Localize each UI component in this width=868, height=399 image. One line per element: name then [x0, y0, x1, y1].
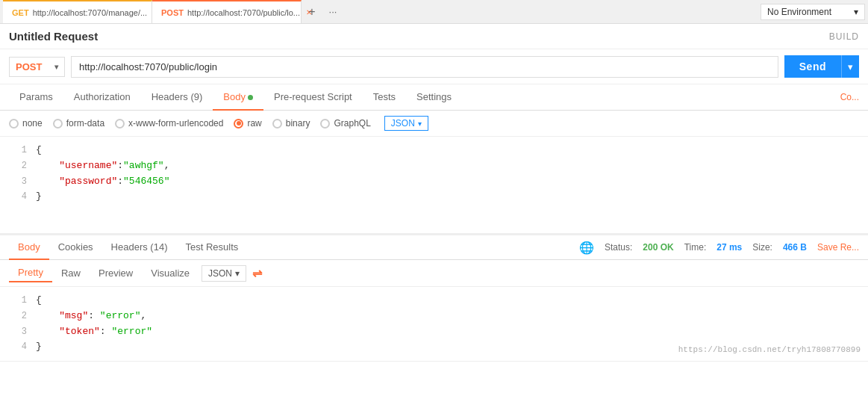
title-bar: Untitled Request BUILD — [0, 24, 868, 49]
radio-urlencoded — [115, 119, 125, 129]
env-label: No Environment — [767, 7, 831, 17]
size-value: 466 B — [783, 242, 807, 253]
tab-tests[interactable]: Tests — [363, 84, 406, 111]
fmt-tab-pretty[interactable]: Pretty — [9, 264, 52, 282]
body-dot — [248, 95, 253, 100]
body-type-binary[interactable]: binary — [272, 118, 310, 129]
json-type-dropdown[interactable]: JSON ▾ — [384, 116, 428, 131]
radio-binary — [272, 119, 282, 129]
cookies-link[interactable]: Co... — [840, 92, 859, 102]
env-selector: No Environment ▾ — [761, 4, 865, 20]
radio-none — [9, 119, 19, 129]
radio-graphql — [320, 119, 330, 129]
body-type-none[interactable]: none — [9, 118, 43, 129]
response-section: Body Cookies Headers (14) Test Results 🌐… — [0, 234, 868, 362]
body-type-bar: none form-data x-www-form-urlencoded raw… — [0, 111, 868, 137]
body-type-form-data[interactable]: form-data — [53, 118, 104, 129]
request-tabs: Params Authorization Headers (9) Body Pr… — [0, 84, 868, 111]
send-btn-group: Send ▾ — [784, 55, 859, 78]
time-label: Time: — [684, 242, 707, 253]
method-select[interactable]: POST ▾ — [9, 57, 65, 77]
tab-authorization[interactable]: Authorization — [63, 84, 141, 111]
resp-json-arrow: ▾ — [235, 268, 240, 279]
size-label: Size: — [752, 242, 772, 253]
env-dropdown[interactable]: No Environment ▾ — [761, 4, 865, 20]
get-method-label: GET — [12, 8, 29, 17]
more-tabs-button[interactable]: ··· — [322, 1, 343, 22]
response-body-editor: 1 { 2 "msg": "error", 3 "token": "error"… — [0, 287, 868, 362]
url-input[interactable] — [71, 56, 778, 78]
time-value: 27 ms — [716, 242, 742, 253]
method-value: POST — [16, 61, 42, 72]
method-arrow: ▾ — [54, 63, 58, 71]
req-line-3: 3 "password":"546456" — [0, 174, 868, 190]
wrap-button[interactable]: ⇌ — [252, 266, 262, 280]
tab-get[interactable]: GET http://localhost:7070/manage/... ✕ — [3, 0, 152, 23]
req-line-1: 1 { — [0, 143, 868, 158]
req-line-4: 4 } — [0, 189, 868, 205]
response-format-bar: Pretty Raw Preview Visualize JSON ▾ ⇌ — [0, 260, 868, 287]
tab-post[interactable]: POST http://localhost:7070/public/lo... … — [152, 0, 302, 23]
save-response-button[interactable]: Save Re... — [817, 242, 859, 253]
fmt-tab-visualize[interactable]: Visualize — [142, 265, 199, 282]
resp-tab-body[interactable]: Body — [9, 235, 49, 260]
resp-line-3: 3 "token": "error" — [0, 324, 868, 340]
send-arrow-button[interactable]: ▾ — [841, 55, 859, 78]
status-value: 200 OK — [643, 242, 673, 253]
watermark: https://blog.csdn.net/tryh17808770899 — [678, 344, 861, 357]
request-title: Untitled Request — [9, 30, 98, 43]
get-tab-url: http://localhost:7070/manage/... — [33, 8, 148, 17]
tab-bar: GET http://localhost:7070/manage/... ✕ P… — [0, 0, 868, 24]
resp-line-2: 2 "msg": "error", — [0, 309, 868, 324]
body-type-raw[interactable]: raw — [234, 118, 261, 129]
response-tabs-bar: Body Cookies Headers (14) Test Results 🌐… — [0, 235, 868, 260]
resp-line-1: 1 { — [0, 293, 868, 309]
body-type-urlencoded[interactable]: x-www-form-urlencoded — [115, 118, 223, 129]
fmt-tab-preview[interactable]: Preview — [90, 265, 142, 282]
post-tab-url: http://localhost:7070/public/lo... — [187, 8, 300, 17]
radio-form-data — [53, 119, 63, 129]
resp-tab-headers[interactable]: Headers (14) — [102, 235, 177, 260]
tab-body[interactable]: Body — [213, 84, 263, 111]
tab-pre-request[interactable]: Pre-request Script — [263, 84, 363, 111]
tab-params[interactable]: Params — [9, 84, 63, 111]
resp-tab-test-results[interactable]: Test Results — [176, 235, 247, 260]
response-json-dropdown[interactable]: JSON ▾ — [202, 265, 246, 282]
response-status-bar: 🌐 Status: 200 OK Time: 27 ms Size: 466 B… — [579, 241, 859, 255]
add-tab-button[interactable]: + — [302, 1, 322, 22]
tab-settings[interactable]: Settings — [406, 84, 462, 111]
post-method-label: POST — [161, 8, 184, 17]
env-arrow: ▾ — [854, 7, 858, 17]
tab-headers[interactable]: Headers (9) — [141, 84, 213, 111]
globe-icon: 🌐 — [579, 241, 594, 255]
req-line-2: 2 "username":"awhgf", — [0, 158, 868, 174]
body-type-graphql[interactable]: GraphQL — [320, 118, 370, 129]
resp-tab-cookies[interactable]: Cookies — [49, 235, 102, 260]
json-dropdown-arrow: ▾ — [418, 120, 422, 128]
request-body-editor[interactable]: 1 { 2 "username":"awhgf", 3 "password":"… — [0, 137, 868, 234]
radio-raw — [234, 119, 243, 129]
url-bar: POST ▾ Send ▾ — [0, 49, 868, 84]
build-button[interactable]: BUILD — [829, 31, 859, 42]
fmt-tab-raw[interactable]: Raw — [52, 265, 90, 282]
send-button[interactable]: Send — [784, 55, 841, 78]
